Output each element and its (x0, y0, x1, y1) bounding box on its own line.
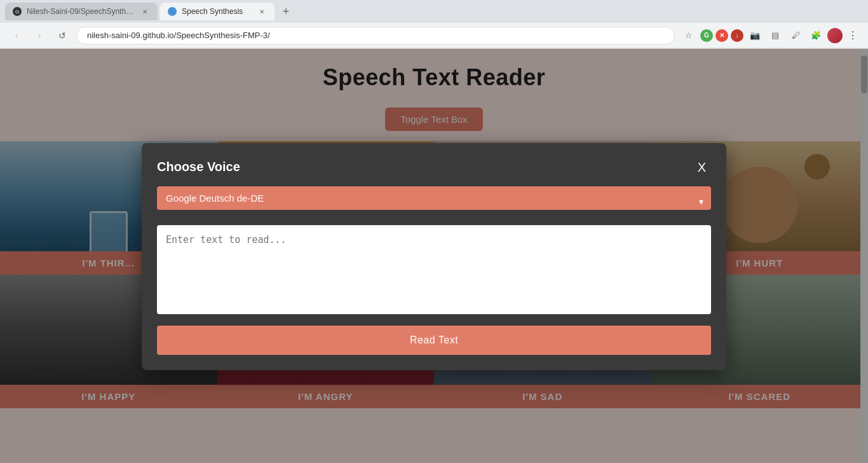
camera-button[interactable]: 📷 (746, 27, 764, 45)
bookmark-button[interactable]: ☆ (680, 27, 698, 45)
profile-avatar[interactable] (827, 28, 843, 43)
modal-overlay[interactable]: Choose Voice X Google Deutsch de-DE Goog… (0, 49, 868, 463)
tab-github[interactable]: G Nilesh-Saini-09/SpeechSynthesis ✕ (5, 3, 158, 20)
ext-red-icon[interactable]: ✕ (715, 29, 728, 42)
tab-speech[interactable]: Speech Synthesis ✕ (160, 3, 275, 20)
modal-title: Choose Voice (157, 160, 240, 174)
extensions-button[interactable]: 🧩 (807, 27, 825, 45)
notes-button[interactable]: 🖊 (787, 27, 804, 45)
tab-github-close[interactable]: ✕ (140, 6, 150, 17)
page-content: Speech Text Reader Toggle Text Box I'M T… (0, 49, 868, 463)
browser-actions: ☆ G ✕ ↓ 📷 ▤ 🖊 🧩 ⋮ (680, 27, 860, 45)
url-input[interactable] (76, 27, 675, 45)
speech-favicon (168, 7, 177, 16)
tab-bar: G Nilesh-Saini-09/SpeechSynthesis ✕ Spee… (0, 0, 868, 23)
back-button[interactable]: ‹ (8, 27, 25, 45)
reload-button[interactable]: ↺ (53, 27, 71, 45)
text-input-area[interactable] (157, 225, 711, 314)
modal-dialog: Choose Voice X Google Deutsch de-DE Goog… (142, 143, 726, 370)
modal-close-button[interactable]: X (693, 158, 711, 176)
modal-header: Choose Voice X (157, 158, 711, 176)
address-bar: ‹ › ↺ ☆ G ✕ ↓ 📷 ▤ 🖊 🧩 ⋮ (0, 23, 868, 48)
voice-select[interactable]: Google Deutsch de-DE Google English en-U… (157, 186, 711, 210)
ext-green-icon[interactable]: G (700, 29, 713, 42)
tab-github-title: Nilesh-Saini-09/SpeechSynthesis (27, 7, 135, 16)
menu-button[interactable]: ⋮ (845, 29, 860, 41)
github-favicon: G (13, 7, 22, 16)
voice-select-wrapper: Google Deutsch de-DE Google English en-U… (157, 186, 711, 218)
browser-chrome: G Nilesh-Saini-09/SpeechSynthesis ✕ Spee… (0, 0, 868, 49)
new-tab-button[interactable]: + (277, 3, 295, 20)
tab-speech-close[interactable]: ✕ (257, 6, 267, 17)
sidebar-button[interactable]: ▤ (766, 27, 784, 45)
forward-button[interactable]: › (31, 27, 48, 45)
ext-dark-red-icon[interactable]: ↓ (731, 29, 743, 42)
read-text-button[interactable]: Read Text (157, 326, 711, 355)
tab-speech-title: Speech Synthesis (182, 7, 252, 16)
svg-text:G: G (15, 9, 19, 15)
